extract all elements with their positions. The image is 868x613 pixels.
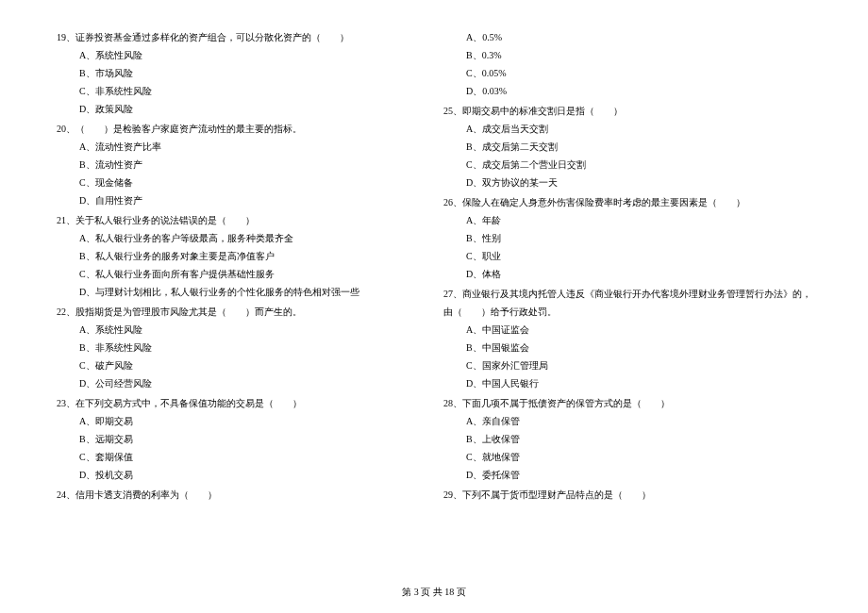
option-a: A、成交后当天交割: [443, 120, 811, 138]
question-24-options: A、0.5% B、0.3% C、0.05% D、0.03%: [443, 28, 811, 100]
option-d: D、公司经营风险: [57, 374, 425, 392]
option-a: A、亲自保管: [443, 412, 811, 430]
option-a: A、系统性风险: [57, 46, 425, 64]
page-footer: 第 3 页 共 18 页: [0, 586, 868, 599]
question-29: 29、下列不属于货币型理财产品特点的是（ ）: [443, 486, 811, 504]
option-d: D、自用性资产: [57, 191, 425, 209]
question-23: 23、在下列交易方式中，不具备保值功能的交易是（ ） A、即期交易 B、远期交易…: [57, 394, 425, 484]
option-d: D、中国人民银行: [443, 374, 811, 392]
option-a: A、系统性风险: [57, 321, 425, 339]
question-text: 21、关于私人银行业务的说法错误的是（ ）: [57, 211, 425, 229]
question-27: 27、商业银行及其境内托管人违反《商业银行开办代客境外理财业务管理暂行办法》的，…: [443, 285, 811, 392]
question-25: 25、即期交易中的标准交割日是指（ ） A、成交后当天交割 B、成交后第二天交割…: [443, 102, 811, 191]
option-c: C、职业: [443, 247, 811, 265]
option-a: A、即期交易: [57, 412, 425, 430]
option-b: B、上收保管: [443, 430, 811, 448]
option-c: C、就地保管: [443, 448, 811, 466]
question-22: 22、股指期货是为管理股市风险尤其是（ ）而产生的。 A、系统性风险 B、非系统…: [57, 303, 425, 392]
option-a: A、0.5%: [443, 28, 811, 46]
question-21: 21、关于私人银行业务的说法错误的是（ ） A、私人银行业务的客户等级最高，服务…: [57, 211, 425, 301]
option-b: B、0.3%: [443, 46, 811, 64]
left-column: 19、证券投资基金通过多样化的资产组合，可以分散化资产的（ ） A、系统性风险 …: [57, 28, 425, 505]
option-d: D、委托保管: [443, 466, 811, 484]
option-d: D、0.03%: [443, 82, 811, 100]
question-text: 22、股指期货是为管理股市风险尤其是（ ）而产生的。: [57, 303, 425, 321]
option-d: D、双方协议的某一天: [443, 174, 811, 191]
option-c: C、套期保值: [57, 448, 425, 466]
option-b: B、流动性资产: [57, 156, 425, 174]
option-b: B、成交后第二天交割: [443, 138, 811, 156]
option-b: B、性别: [443, 229, 811, 247]
option-c: C、0.05%: [443, 64, 811, 82]
option-c: C、国家外汇管理局: [443, 356, 811, 374]
option-c: C、现金储备: [57, 174, 425, 191]
question-text: 20、（ ）是检验客户家庭资产流动性的最主要的指标。: [57, 120, 425, 138]
option-d: D、投机交易: [57, 466, 425, 484]
question-text: 24、信用卡透支消费的利率为（ ）: [57, 486, 425, 504]
option-d: D、与理财计划相比，私人银行业务的个性化服务的特色相对强一些: [57, 283, 425, 301]
option-b: B、市场风险: [57, 64, 425, 82]
option-c: C、破产风险: [57, 356, 425, 374]
option-a: A、中国证监会: [443, 321, 811, 339]
question-26: 26、保险人在确定人身意外伤害保险费率时考虑的最主要因素是（ ） A、年龄 B、…: [443, 193, 811, 283]
option-d: D、政策风险: [57, 100, 425, 118]
question-text: 25、即期交易中的标准交割日是指（ ）: [443, 102, 811, 120]
question-19: 19、证券投资基金通过多样化的资产组合，可以分散化资产的（ ） A、系统性风险 …: [57, 28, 425, 118]
question-28: 28、下面几项不属于抵债资产的保管方式的是（ ） A、亲自保管 B、上收保管 C…: [443, 394, 811, 484]
question-24: 24、信用卡透支消费的利率为（ ）: [57, 486, 425, 504]
option-a: A、年龄: [443, 211, 811, 229]
option-a: A、私人银行业务的客户等级最高，服务种类最齐全: [57, 229, 425, 247]
option-d: D、体格: [443, 265, 811, 283]
option-a: A、流动性资产比率: [57, 138, 425, 156]
option-c: C、私人银行业务面向所有客户提供基础性服务: [57, 265, 425, 283]
question-20: 20、（ ）是检验客户家庭资产流动性的最主要的指标。 A、流动性资产比率 B、流…: [57, 120, 425, 209]
question-text: 19、证券投资基金通过多样化的资产组合，可以分散化资产的（ ）: [57, 28, 425, 46]
option-c: C、非系统性风险: [57, 82, 425, 100]
right-column: A、0.5% B、0.3% C、0.05% D、0.03% 25、即期交易中的标…: [443, 28, 811, 505]
question-text: 26、保险人在确定人身意外伤害保险费率时考虑的最主要因素是（ ）: [443, 193, 811, 211]
option-b: B、私人银行业务的服务对象主要是高净值客户: [57, 247, 425, 265]
question-text: 28、下面几项不属于抵债资产的保管方式的是（ ）: [443, 394, 811, 412]
option-b: B、远期交易: [57, 430, 425, 448]
question-text: 27、商业银行及其境内托管人违反《商业银行开办代客境外理财业务管理暂行办法》的，…: [443, 285, 811, 321]
question-text: 29、下列不属于货币型理财产品特点的是（ ）: [443, 486, 811, 504]
question-text: 23、在下列交易方式中，不具备保值功能的交易是（ ）: [57, 394, 425, 412]
option-c: C、成交后第二个营业日交割: [443, 156, 811, 174]
option-b: B、中国银监会: [443, 339, 811, 356]
option-b: B、非系统性风险: [57, 339, 425, 356]
document-content: 19、证券投资基金通过多样化的资产组合，可以分散化资产的（ ） A、系统性风险 …: [57, 28, 811, 505]
